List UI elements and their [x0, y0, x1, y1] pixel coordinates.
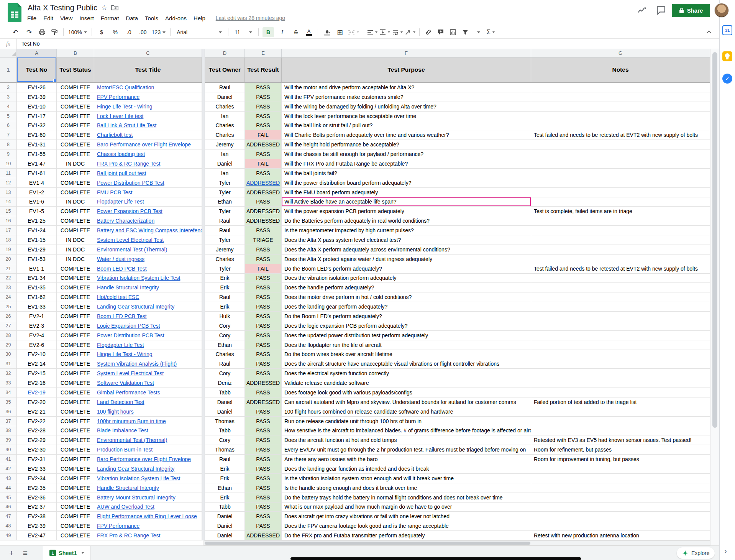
cell-G17[interactable]: [531, 226, 710, 235]
activity-dashboard-icon[interactable]: [637, 5, 647, 15]
cell-D17[interactable]: Raul: [205, 226, 245, 235]
cell-D18[interactable]: Tyler: [205, 235, 245, 245]
menu-tools[interactable]: Tools: [141, 15, 162, 21]
row-number-26[interactable]: 26: [0, 312, 17, 321]
cell-E27[interactable]: PASS: [245, 321, 282, 331]
cell-G5[interactable]: [531, 112, 710, 121]
cell-A23[interactable]: EV1-35: [17, 283, 57, 292]
cell-A13[interactable]: EV1-2: [17, 188, 57, 197]
cell-B40[interactable]: COMPLETE: [57, 445, 94, 455]
cell-F15[interactable]: Will the power expansion PCB perform ade…: [282, 207, 531, 216]
cell-B22[interactable]: COMPLETE: [57, 274, 94, 283]
cell-E32[interactable]: PASS: [245, 369, 282, 378]
cell-A29[interactable]: EV2-6: [17, 340, 57, 350]
cell-E8[interactable]: ADDRESSED: [245, 140, 282, 149]
cell-D48[interactable]: Daniel: [205, 521, 245, 531]
cell-C13[interactable]: FMU PCB Test: [94, 188, 202, 197]
cell-A31[interactable]: EV2-14: [17, 359, 57, 369]
cell-F28[interactable]: Does the updated power distribution test…: [282, 331, 531, 340]
cell-B16[interactable]: COMPLETE: [57, 216, 94, 226]
cell-A44[interactable]: EV2-35: [17, 483, 57, 493]
row-number-1[interactable]: 1: [0, 57, 17, 83]
cell-B25[interactable]: COMPLETE: [57, 302, 94, 312]
cell-E17[interactable]: PASS: [245, 226, 282, 235]
cell-E24[interactable]: PASS: [245, 292, 282, 302]
row-number-15[interactable]: 15: [0, 207, 17, 216]
cell-E6[interactable]: PASS: [245, 121, 282, 131]
cell-F30[interactable]: Do the boom wires break over aircraft li…: [282, 350, 531, 360]
merge-cells-button[interactable]: [348, 27, 359, 37]
cell-C28[interactable]: Power Distribution PCB Test: [94, 331, 202, 340]
avatar[interactable]: [714, 3, 729, 18]
explore-button[interactable]: Explore: [677, 547, 715, 559]
cell-C4[interactable]: Hinge Life Test - Wiring: [94, 102, 202, 112]
cell-A26[interactable]: EV2-1: [17, 312, 57, 321]
cell-D46[interactable]: Tabb: [205, 503, 245, 512]
cell-F8[interactable]: Will the height hold performance be acce…: [282, 140, 531, 149]
cell-F20[interactable]: Does the Alta X protect agains water / d…: [282, 255, 531, 264]
row-number-43[interactable]: 43: [0, 474, 17, 483]
cell-E7[interactable]: FAIL: [245, 130, 282, 140]
cell-D16[interactable]: Raul: [205, 216, 245, 226]
cell-G14[interactable]: [531, 197, 710, 207]
row-number-9[interactable]: 9: [0, 149, 17, 159]
cell-E49[interactable]: ADDRESSED: [245, 531, 282, 540]
row-number-40[interactable]: 40: [0, 445, 17, 455]
cell-C40[interactable]: Production Burn-in Test: [94, 445, 202, 455]
cell-B20[interactable]: IN DOC: [57, 255, 94, 264]
cell-D7[interactable]: Charles: [205, 130, 245, 140]
cell-C7[interactable]: Charliebolt test: [94, 130, 202, 140]
cell-E45[interactable]: PASS: [245, 493, 282, 503]
cell-F37[interactable]: Run one release candidate unit through 1…: [282, 417, 531, 426]
row-number-2[interactable]: 2: [0, 83, 17, 92]
cell-D47[interactable]: Daniel: [205, 512, 245, 521]
cell-D49[interactable]: Daniel: [205, 531, 245, 540]
add-sheet-button[interactable]: +: [5, 547, 18, 559]
star-icon[interactable]: ☆: [101, 4, 107, 11]
row-number-25[interactable]: 25: [0, 302, 17, 312]
cell-B14[interactable]: IN DOC: [57, 197, 94, 207]
cell-A15[interactable]: EV1-5: [17, 207, 57, 216]
cell-B42[interactable]: COMPLETE: [57, 464, 94, 474]
cell-B49[interactable]: COMPLETE: [57, 531, 94, 540]
cell-D30[interactable]: Charles: [205, 350, 245, 360]
row-number-34[interactable]: 34: [0, 388, 17, 397]
cell-G31[interactable]: [531, 359, 710, 369]
cell-C10[interactable]: FRX Pro & RC Range Test: [94, 159, 202, 169]
all-sheets-button[interactable]: ≡: [19, 547, 31, 559]
format-currency-button[interactable]: $: [96, 27, 107, 37]
cell-F10[interactable]: Will the FRX Pro and Futaba Range be acc…: [282, 159, 531, 169]
cell-F5[interactable]: Will the lock lever performance be accep…: [282, 112, 531, 121]
share-button[interactable]: Share: [672, 4, 710, 17]
cell-D8[interactable]: Jeremy: [205, 140, 245, 149]
cell-F31[interactable]: Does the aircraft structure have unaccep…: [282, 359, 531, 369]
cell-F9[interactable]: Will the chassis be stiff enough for pay…: [282, 149, 531, 159]
cell-A10[interactable]: EV1-47: [17, 159, 57, 169]
cell-G30[interactable]: [531, 350, 710, 360]
cell-A6[interactable]: EV1-32: [17, 121, 57, 131]
cell-B30[interactable]: COMPLETE: [57, 350, 94, 360]
cell-B6[interactable]: COMPLETE: [57, 121, 94, 131]
cell-A42[interactable]: EV2-33: [17, 464, 57, 474]
tasks-icon[interactable]: ✓: [722, 74, 732, 84]
cell-E15[interactable]: ADDRESSED: [245, 207, 282, 216]
cell-C20[interactable]: Water / dust ingress: [94, 255, 202, 264]
cell-F45[interactable]: Do the battery trays hold the battery in…: [282, 493, 531, 503]
cell-B27[interactable]: COMPLETE: [57, 321, 94, 331]
cell-B12[interactable]: COMPLETE: [57, 178, 94, 188]
menu-data[interactable]: Data: [122, 15, 141, 21]
row-number-14[interactable]: 14: [0, 197, 17, 207]
cell-E43[interactable]: PASS: [245, 474, 282, 483]
cell-A34[interactable]: EV2-19: [17, 388, 57, 397]
row-number-30[interactable]: 30: [0, 350, 17, 360]
row-number-3[interactable]: 3: [0, 92, 17, 102]
cell-G6[interactable]: [531, 121, 710, 131]
cell-G38[interactable]: [531, 426, 710, 436]
cell-E21[interactable]: FAIL: [245, 264, 282, 274]
cell-B23[interactable]: COMPLETE: [57, 283, 94, 292]
move-folder-icon[interactable]: [111, 5, 118, 11]
cell-G37[interactable]: [531, 417, 710, 426]
cell-C23[interactable]: Handle Structural Integrity: [94, 283, 202, 292]
menu-help[interactable]: Help: [190, 15, 209, 21]
cell-G12[interactable]: [531, 178, 710, 188]
